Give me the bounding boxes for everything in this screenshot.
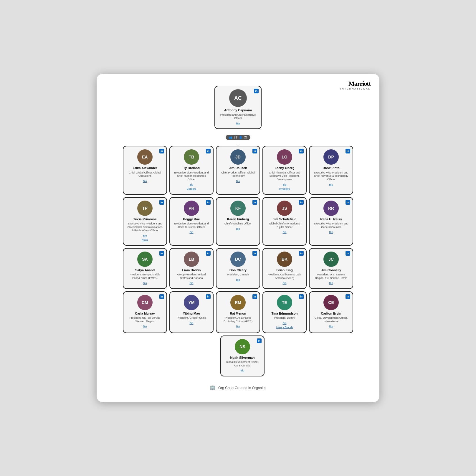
- person-card: inTBTy BrelandExecutive Vice President a…: [169, 146, 214, 194]
- person-link[interactable]: Bio: [267, 183, 303, 187]
- person-avatar: LO: [277, 149, 292, 165]
- person-link[interactable]: News: [127, 238, 163, 242]
- person-link[interactable]: Bio: [224, 368, 260, 373]
- person-name: Raj Menon: [220, 311, 256, 315]
- person-link[interactable]: Bio: [127, 281, 163, 285]
- person-link[interactable]: Bio: [127, 324, 163, 328]
- person-card: inJSJim ScholefieldGlobal Chief Informat…: [262, 197, 307, 246]
- linkedin-icon[interactable]: in: [252, 251, 257, 256]
- person-name: Don Cleary: [220, 268, 256, 272]
- person-card: inLOLeeny ObergChief Financial Officer a…: [262, 146, 307, 194]
- person-link[interactable]: Bio: [313, 324, 349, 328]
- person-link[interactable]: Bio: [173, 183, 209, 187]
- row5: inNSNoah SilvermanGlobal Development Off…: [211, 335, 265, 376]
- linkedin-icon[interactable]: in: [159, 200, 164, 205]
- org-chart: in AC Anthony Capuano President and Chie…: [105, 86, 371, 379]
- linkedin-icon[interactable]: in: [206, 294, 211, 299]
- person-avatar: LB: [184, 252, 199, 267]
- ceo-avatar: AC: [229, 89, 247, 107]
- linkedin-icon[interactable]: in: [299, 294, 304, 299]
- count-badge-row: 👥 21 👤 21: [226, 135, 250, 140]
- person-card: inPRPeggy RoeExecutive Vice President an…: [169, 197, 214, 246]
- person-name: Leeny Oberg: [267, 166, 303, 170]
- linkedin-icon[interactable]: in: [206, 200, 211, 205]
- person-title: Global Chief Information & Digital Offic…: [267, 222, 303, 229]
- person-card: inNSNoah SilvermanGlobal Development Off…: [220, 335, 265, 376]
- row4: inCMCarla MurrayPresident, US Full Servi…: [123, 291, 353, 333]
- linkedin-icon[interactable]: in: [206, 251, 211, 256]
- person-title: President, Greater China: [173, 316, 209, 320]
- linkedin-icon[interactable]: in: [252, 200, 257, 205]
- person-link[interactable]: Bio: [173, 281, 209, 285]
- person-title: Executive Vice President and Chief Custo…: [173, 222, 209, 229]
- person-link[interactable]: Bio: [220, 179, 256, 183]
- linkedin-icon[interactable]: in: [346, 251, 350, 256]
- linkedin-icon[interactable]: in: [159, 294, 164, 299]
- linkedin-icon[interactable]: in: [252, 149, 257, 153]
- person-name: Erika Alexander: [127, 166, 163, 170]
- person-link[interactable]: Luxury Brands: [267, 325, 303, 329]
- linkedin-icon[interactable]: in: [346, 200, 350, 205]
- linkedin-icon[interactable]: in: [346, 149, 350, 153]
- person-link[interactable]: Bio: [173, 321, 209, 325]
- person-title: President, U.S. Eastern Region, Full-Ser…: [313, 273, 349, 280]
- person-link[interactable]: Bio: [127, 179, 163, 183]
- person-avatar: PR: [184, 201, 199, 216]
- person-title: Chief Franchise Officer: [220, 222, 256, 226]
- linkedin-icon[interactable]: in: [159, 251, 164, 256]
- company-logo: Marriott INTERNATIONAL: [341, 80, 371, 90]
- person-card: inRRRena H. ReissExecutive Vice Presiden…: [309, 197, 353, 246]
- people-icon: 👤: [239, 136, 242, 139]
- linkedin-icon[interactable]: in: [206, 149, 211, 153]
- person-avatar: YM: [184, 295, 199, 310]
- linkedin-icon[interactable]: in: [299, 251, 304, 256]
- person-avatar: TE: [277, 295, 292, 310]
- linkedin-icon[interactable]: in: [254, 89, 259, 93]
- person-card: inDCDon ClearyPresident, CanadaBio: [216, 248, 260, 289]
- person-name: Carla Murray: [127, 311, 163, 315]
- person-name: Rena H. Reiss: [313, 217, 349, 221]
- person-name: Jim Dausch: [220, 166, 256, 170]
- person-avatar: KF: [230, 201, 246, 216]
- person-link[interactable]: Bio: [267, 281, 303, 285]
- ceo-card: in AC Anthony Capuano President and Chie…: [214, 86, 262, 129]
- person-title: President, Luxury: [267, 316, 303, 320]
- person-title: President, Asia Pacific Excluding China …: [220, 316, 256, 323]
- person-name: Peggy Roe: [173, 217, 209, 221]
- linkedin-icon[interactable]: in: [159, 149, 164, 153]
- person-link[interactable]: Bio: [173, 230, 209, 234]
- ceo-level: in AC Anthony Capuano President and Chie…: [214, 86, 262, 129]
- person-link[interactable]: Bio: [267, 321, 303, 325]
- person-card: inRMRaj MenonPresident, Asia Pacific Exc…: [216, 291, 260, 333]
- person-avatar: TB: [184, 149, 199, 165]
- person-link[interactable]: Bio: [127, 234, 163, 238]
- linkedin-icon[interactable]: in: [299, 200, 304, 205]
- person-title: Chief Global Officer, Global Operations: [127, 171, 163, 178]
- person-link[interactable]: Bio: [313, 183, 349, 187]
- person-name: Karen Finberg: [220, 217, 256, 221]
- person-link[interactable]: Bio: [220, 227, 256, 231]
- footer-icon: 🏢: [210, 385, 216, 390]
- linkedin-icon[interactable]: in: [257, 338, 262, 343]
- person-title: Executive Vice President and Chief Globa…: [127, 222, 163, 232]
- person-name: Liam Brown: [173, 268, 209, 272]
- person-link[interactable]: Investors: [267, 187, 303, 191]
- row1: inEAErika AlexanderChief Global Officer,…: [123, 146, 353, 194]
- person-card: inTPTricia PrimroseExecutive Vice Presid…: [123, 197, 167, 246]
- person-link[interactable]: Bio: [313, 281, 349, 285]
- person-link[interactable]: Bio: [220, 324, 256, 328]
- linkedin-icon[interactable]: in: [346, 294, 350, 299]
- person-name: Tricia Primrose: [127, 217, 163, 221]
- person-link[interactable]: Bio: [313, 230, 349, 234]
- linkedin-icon[interactable]: in: [299, 149, 304, 153]
- person-link[interactable]: Bio: [267, 230, 303, 234]
- footer: 🏢 Org Chart Created in Organimi: [105, 385, 371, 390]
- logo-name: Marriott: [341, 80, 371, 87]
- ceo-bio-link[interactable]: Bio: [219, 121, 257, 125]
- linkedin-icon[interactable]: in: [252, 294, 257, 299]
- reports-count: 21: [234, 136, 237, 139]
- person-name: Ty Breland: [173, 166, 209, 170]
- person-name: Tina Edmundson: [267, 311, 303, 315]
- person-link[interactable]: Careers: [173, 187, 209, 191]
- person-link[interactable]: Bio: [220, 278, 256, 282]
